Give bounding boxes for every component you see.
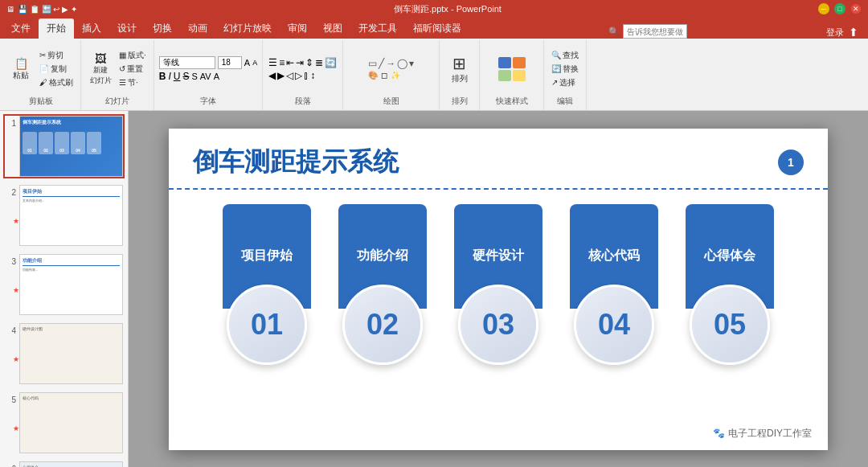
tab-animation[interactable]: 动画 bbox=[180, 18, 215, 39]
shape-line-icon[interactable]: ╱ bbox=[379, 58, 384, 69]
tab-transition[interactable]: 切换 bbox=[145, 18, 180, 39]
italic-btn[interactable]: I bbox=[168, 71, 170, 82]
slide-thumb-5[interactable]: 5 ★ 核心代码 bbox=[3, 391, 125, 455]
window-controls[interactable]: ─ □ ✕ bbox=[818, 3, 862, 14]
slide-thumb-6[interactable]: 6 心得体会 bbox=[3, 460, 125, 467]
font-name-input[interactable] bbox=[159, 56, 215, 69]
tab-review[interactable]: 审阅 bbox=[280, 18, 315, 39]
minimize-btn[interactable]: ─ bbox=[818, 3, 829, 14]
arrange-btn[interactable]: ⊞ 排列 bbox=[445, 52, 474, 86]
shape-more-icon[interactable]: ▾ bbox=[409, 58, 414, 69]
reset-btn[interactable]: ↺ 重置 bbox=[117, 63, 149, 76]
tab-foxit[interactable]: 福昕阅读器 bbox=[405, 18, 469, 39]
slide-main-title: 倒车测距提示系统 bbox=[193, 145, 399, 180]
align-center-btn[interactable]: ▶ bbox=[277, 70, 285, 81]
arrange-group: ⊞ 排列 排列 bbox=[440, 40, 480, 110]
font-shrink-btn[interactable]: A bbox=[252, 59, 257, 67]
card-label-3: 硬件设计 bbox=[473, 248, 524, 264]
layout-btn[interactable]: ▦ 版式· bbox=[117, 49, 149, 62]
drawing-label: 绘图 bbox=[383, 96, 399, 109]
underline-btn[interactable]: U bbox=[174, 71, 181, 82]
shape-arrow-icon[interactable]: → bbox=[386, 58, 395, 69]
para-row1: ☰ ≡ ⇤ ⇥ ⇕ ≣ 🔄 bbox=[268, 57, 337, 68]
find-btn[interactable]: 🔍 查找 bbox=[549, 49, 581, 62]
style-swatch-4[interactable] bbox=[513, 70, 526, 81]
arrange-label: 排列 bbox=[452, 96, 468, 109]
increase-indent-btn[interactable]: ⇥ bbox=[296, 57, 304, 68]
font-grow-btn[interactable]: A bbox=[244, 58, 250, 68]
slide-thumb-2[interactable]: 2 ★ 项目伊始 文本内容介绍... bbox=[3, 183, 125, 248]
clipboard-small-btns: ✂ 剪切 📄 复制 🖌 格式刷 bbox=[37, 49, 76, 89]
replace-btn[interactable]: 🔄 替换 bbox=[549, 63, 581, 76]
strikethrough-btn[interactable]: S bbox=[182, 71, 189, 82]
line-spacing-btn[interactable]: ↕ bbox=[310, 70, 315, 81]
bold-btn[interactable]: B bbox=[159, 71, 166, 82]
align-right-btn[interactable]: ◁ bbox=[286, 70, 293, 81]
paste-icon: 📋 bbox=[14, 57, 28, 70]
card-label-5: 心得体会 bbox=[704, 248, 755, 264]
new-slide-btn[interactable]: 🖼 新建幻灯片 bbox=[86, 51, 115, 88]
font-color-btn[interactable]: A bbox=[214, 72, 219, 81]
shape-fill-btn[interactable]: 🎨 bbox=[368, 71, 378, 80]
card-label-2: 功能介绍 bbox=[357, 248, 408, 264]
align-left-btn[interactable]: ◀ bbox=[268, 70, 276, 81]
slide-thumb-3[interactable]: 3 ★ 功能介绍 功能列表... bbox=[3, 252, 125, 317]
slide-thumb-4[interactable]: 4 ★ 硬件设计图 bbox=[3, 322, 125, 386]
ribbon-search[interactable] bbox=[623, 24, 687, 39]
tab-insert[interactable]: 插入 bbox=[74, 18, 109, 39]
card-2: 功能介绍 02 bbox=[330, 204, 435, 365]
cut-btn[interactable]: ✂ 剪切 bbox=[37, 49, 76, 62]
format-paint-btn[interactable]: 🖌 格式刷 bbox=[37, 76, 76, 89]
convert-smartart-btn[interactable]: 🔄 bbox=[325, 57, 337, 68]
card-label-4: 核心代码 bbox=[588, 248, 640, 264]
tab-home[interactable]: 开始 bbox=[39, 18, 74, 39]
tab-design[interactable]: 设计 bbox=[109, 18, 145, 39]
shape-outline-btn[interactable]: ◻ bbox=[381, 71, 387, 80]
editing-btns: 🔍 查找 🔄 替换 ↗ 选择 bbox=[549, 49, 581, 89]
font-shadow-btn[interactable]: S bbox=[191, 72, 197, 81]
section-btn[interactable]: ☰ 节· bbox=[117, 76, 149, 89]
watermark-text: 电子工程DIY工作室 bbox=[728, 427, 812, 440]
quick-styles-content bbox=[498, 42, 526, 96]
editing-group: 🔍 查找 🔄 替换 ↗ 选择 编辑 bbox=[544, 40, 587, 110]
bullet-btn[interactable]: ☰ bbox=[268, 57, 277, 68]
slide-preview-3: 功能介绍 功能列表... bbox=[19, 254, 123, 315]
copy-btn[interactable]: 📄 复制 bbox=[37, 63, 76, 76]
char-spacing-btn[interactable]: AV bbox=[200, 72, 211, 81]
tab-view[interactable]: 视图 bbox=[315, 18, 350, 39]
font-content: A A B I U S S AV A bbox=[159, 42, 257, 96]
select-btn[interactable]: ↗ 选择 bbox=[549, 76, 581, 89]
cut-icon: ✂ bbox=[39, 51, 46, 59]
style-swatch-3[interactable] bbox=[498, 70, 511, 81]
slides-group: 🖼 新建幻灯片 ▦ 版式· ↺ 重置 ☰ 节· 幻灯片 bbox=[81, 40, 154, 110]
numbering-btn[interactable]: ≡ bbox=[279, 57, 285, 68]
maximize-btn[interactable]: □ bbox=[834, 3, 845, 14]
shape-rect-icon[interactable]: ▭ bbox=[368, 58, 377, 69]
slide-preview-2: 项目伊始 文本内容介绍... bbox=[19, 185, 123, 246]
font-label: 字体 bbox=[200, 96, 216, 109]
tab-slideshow[interactable]: 幻灯片放映 bbox=[215, 18, 280, 39]
login-btn[interactable]: 登录 bbox=[826, 27, 844, 39]
slide-canvas[interactable]: 倒车测距提示系统 1 项目伊始 01 功能介绍 02 bbox=[169, 129, 828, 450]
style-swatch-2[interactable] bbox=[513, 57, 526, 68]
reset-icon: ↺ bbox=[119, 64, 125, 73]
tab-developer[interactable]: 开发工具 bbox=[350, 18, 405, 39]
column-btn[interactable]: ⫿ bbox=[304, 70, 309, 81]
font-row1: A A bbox=[159, 56, 257, 69]
close-btn[interactable]: ✕ bbox=[850, 3, 862, 14]
style-swatch-1[interactable] bbox=[498, 57, 511, 68]
decrease-indent-btn[interactable]: ⇤ bbox=[286, 57, 294, 68]
drawing-row2: 🎨 ◻ ✨ bbox=[368, 71, 414, 80]
shape-effect-btn[interactable]: ✨ bbox=[391, 71, 400, 80]
justify-btn[interactable]: ▷ bbox=[295, 70, 302, 81]
text-direction-btn[interactable]: ⇕ bbox=[305, 57, 313, 68]
font-size-input[interactable] bbox=[218, 56, 242, 69]
font-row2: B I U S S AV A bbox=[159, 71, 257, 82]
paste-btn[interactable]: 📋 粘贴 bbox=[6, 55, 35, 83]
tab-file[interactable]: 文件 bbox=[3, 18, 39, 39]
paragraph-label: 段落 bbox=[295, 96, 311, 109]
shape-oval-icon[interactable]: ◯ bbox=[397, 58, 407, 69]
slide-thumb-1[interactable]: 1 倒车测距提示系统 01 02 03 04 bbox=[3, 114, 125, 178]
align-text-btn[interactable]: ≣ bbox=[315, 57, 323, 68]
card-3: 硬件设计 03 bbox=[446, 204, 551, 365]
